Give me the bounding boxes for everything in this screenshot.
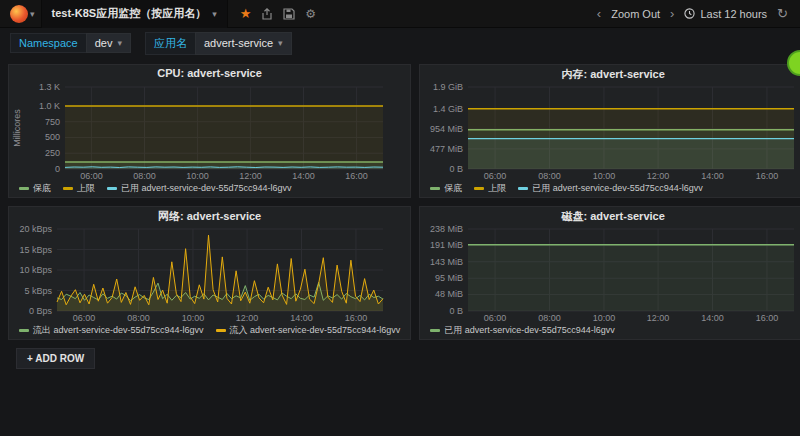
- svg-text:5 kBps: 5 kBps: [24, 286, 52, 296]
- legend-swatch-icon: [19, 329, 29, 332]
- svg-text:95 MiB: 95 MiB: [435, 273, 463, 283]
- zoom-out-button[interactable]: Zoom Out: [611, 8, 660, 20]
- share-icon[interactable]: [261, 8, 273, 20]
- panel-memory: 内存: advert-service 06:0008:0010:0012:001…: [419, 64, 800, 198]
- chart-plot-area[interactable]: 06:0008:0010:0012:0014:0016:000250500750…: [11, 82, 393, 182]
- chart-plot-area[interactable]: 06:0008:0010:0012:0014:0016:000 Bps5 kBp…: [11, 224, 393, 324]
- svg-text:15 kBps: 15 kBps: [19, 245, 52, 255]
- page-title: test-K8S应用监控（按应用名）: [52, 6, 207, 21]
- panel-title[interactable]: 网络: advert-service: [9, 207, 410, 224]
- chevron-down-icon: ▾: [117, 38, 122, 48]
- svg-text:1.3 K: 1.3 K: [39, 82, 60, 92]
- memory-chart: 06:0008:0010:0012:0014:0016:000 B477 MiB…: [422, 82, 800, 182]
- disk-chart: 06:0008:0010:0012:0014:0016:000 B48 MiB9…: [422, 224, 800, 324]
- svg-text:250: 250: [45, 148, 60, 158]
- panel-title[interactable]: 内存: advert-service: [420, 65, 800, 82]
- svg-text:0: 0: [55, 164, 60, 174]
- time-shift-back-icon[interactable]: ‹: [597, 6, 601, 21]
- legend-item[interactable]: 流入 advert-service-dev-55d75cc944-l6gvv: [216, 324, 401, 337]
- variable-value-dropdown[interactable]: advert-service ▾: [195, 32, 292, 55]
- chevron-down-icon: ▾: [212, 9, 217, 19]
- chevron-down-icon: ▾: [30, 9, 35, 19]
- svg-text:10:00: 10:00: [186, 171, 209, 181]
- legend-swatch-icon: [474, 187, 484, 190]
- svg-text:12:00: 12:00: [236, 313, 259, 323]
- legend-label: 已用 advert-service-dev-55d75cc944-l6gvv: [444, 324, 615, 337]
- svg-text:48 MiB: 48 MiB: [435, 289, 463, 299]
- legend: 保底上限已用 advert-service-dev-55d75cc944-l6g…: [420, 182, 800, 195]
- svg-text:20 kBps: 20 kBps: [19, 224, 52, 234]
- panel-title[interactable]: CPU: advert-service: [9, 65, 410, 82]
- legend-item[interactable]: 保底: [19, 182, 51, 195]
- grafana-logo-icon: [10, 5, 28, 23]
- settings-gear-icon[interactable]: ⚙: [305, 8, 316, 20]
- dashboard-title-dropdown[interactable]: test-K8S应用监控（按应用名） ▾: [41, 0, 228, 28]
- svg-text:16:00: 16:00: [756, 313, 779, 323]
- svg-text:0 Bps: 0 Bps: [29, 306, 53, 316]
- legend-label: 流入 advert-service-dev-55d75cc944-l6gvv: [230, 324, 401, 337]
- legend: 流出 advert-service-dev-55d75cc944-l6gvv流入…: [9, 324, 410, 337]
- cpu-chart: 06:0008:0010:0012:0014:0016:000250500750…: [11, 82, 408, 182]
- legend-item[interactable]: 保底: [430, 182, 462, 195]
- legend: 已用 advert-service-dev-55d75cc944-l6gvv: [420, 324, 800, 337]
- refresh-icon[interactable]: ↻: [777, 6, 788, 21]
- template-variables-row: Namespace dev ▾ 应用名 advert-service ▾: [0, 28, 800, 58]
- add-row-button[interactable]: + ADD ROW: [16, 348, 95, 369]
- svg-text:954 MiB: 954 MiB: [430, 124, 463, 134]
- svg-text:238 MiB: 238 MiB: [430, 224, 463, 234]
- svg-text:14:00: 14:00: [292, 171, 315, 181]
- panel-disk: 磁盘: advert-service 06:0008:0010:0012:001…: [419, 206, 800, 340]
- legend-swatch-icon: [63, 187, 73, 190]
- chart-plot-area[interactable]: 06:0008:0010:0012:0014:0016:000 B48 MiB9…: [422, 224, 800, 324]
- dashboard-grid: CPU: advert-service 06:0008:0010:0012:00…: [0, 58, 800, 377]
- variable-value-dropdown[interactable]: dev ▾: [86, 33, 131, 53]
- legend-item[interactable]: 已用 advert-service-dev-55d75cc944-l6gvv: [107, 182, 292, 195]
- svg-text:12:00: 12:00: [647, 171, 670, 181]
- time-range-picker[interactable]: Last 12 hours: [684, 8, 767, 20]
- save-icon[interactable]: [283, 8, 295, 20]
- svg-text:16:00: 16:00: [756, 171, 779, 181]
- svg-text:Millicores: Millicores: [12, 109, 22, 147]
- svg-text:1.4 GiB: 1.4 GiB: [433, 104, 463, 114]
- legend-item[interactable]: 已用 advert-service-dev-55d75cc944-l6gvv: [430, 324, 615, 337]
- legend-item[interactable]: 已用 advert-service-dev-55d75cc944-l6gvv: [518, 182, 703, 195]
- star-icon[interactable]: ★: [240, 7, 252, 20]
- svg-text:06:00: 06:00: [484, 313, 507, 323]
- legend-swatch-icon: [518, 187, 528, 190]
- time-shift-forward-icon[interactable]: ›: [670, 6, 674, 21]
- time-range-label: Last 12 hours: [700, 8, 767, 20]
- legend-label: 上限: [488, 182, 506, 195]
- svg-text:06:00: 06:00: [484, 171, 507, 181]
- svg-text:0 B: 0 B: [450, 306, 464, 316]
- svg-text:10:00: 10:00: [593, 313, 616, 323]
- variable-label: Namespace: [10, 33, 86, 53]
- legend-label: 流出 advert-service-dev-55d75cc944-l6gvv: [33, 324, 204, 337]
- legend-item[interactable]: 流出 advert-service-dev-55d75cc944-l6gvv: [19, 324, 204, 337]
- svg-text:12:00: 12:00: [239, 171, 262, 181]
- variable-value: advert-service: [204, 37, 273, 49]
- legend: 保底上限已用 advert-service-dev-55d75cc944-l6g…: [9, 182, 410, 195]
- svg-text:477 MiB: 477 MiB: [430, 144, 463, 154]
- legend-label: 保底: [33, 182, 51, 195]
- panel-cpu: CPU: advert-service 06:0008:0010:0012:00…: [8, 64, 411, 198]
- svg-text:750: 750: [45, 117, 60, 127]
- legend-swatch-icon: [107, 187, 117, 190]
- panel-title[interactable]: 磁盘: advert-service: [420, 207, 800, 224]
- legend-item[interactable]: 上限: [63, 182, 95, 195]
- legend-item[interactable]: 上限: [474, 182, 506, 195]
- svg-text:06:00: 06:00: [73, 313, 96, 323]
- svg-text:08:00: 08:00: [133, 171, 156, 181]
- legend-label: 保底: [444, 182, 462, 195]
- side-menu-toggle[interactable]: ▾: [6, 5, 39, 23]
- legend-swatch-icon: [430, 187, 440, 190]
- svg-text:06:00: 06:00: [80, 171, 103, 181]
- chart-plot-area[interactable]: 06:0008:0010:0012:0014:0016:000 B477 MiB…: [422, 82, 800, 182]
- svg-text:1.9 GiB: 1.9 GiB: [433, 82, 463, 92]
- svg-text:1.0 K: 1.0 K: [39, 101, 60, 111]
- variable-value: dev: [95, 37, 113, 49]
- svg-text:191 MiB: 191 MiB: [430, 240, 463, 250]
- legend-label: 已用 advert-service-dev-55d75cc944-l6gvv: [121, 182, 292, 195]
- variable-namespace: Namespace dev ▾: [10, 33, 131, 53]
- svg-text:08:00: 08:00: [538, 171, 561, 181]
- legend-label: 已用 advert-service-dev-55d75cc944-l6gvv: [532, 182, 703, 195]
